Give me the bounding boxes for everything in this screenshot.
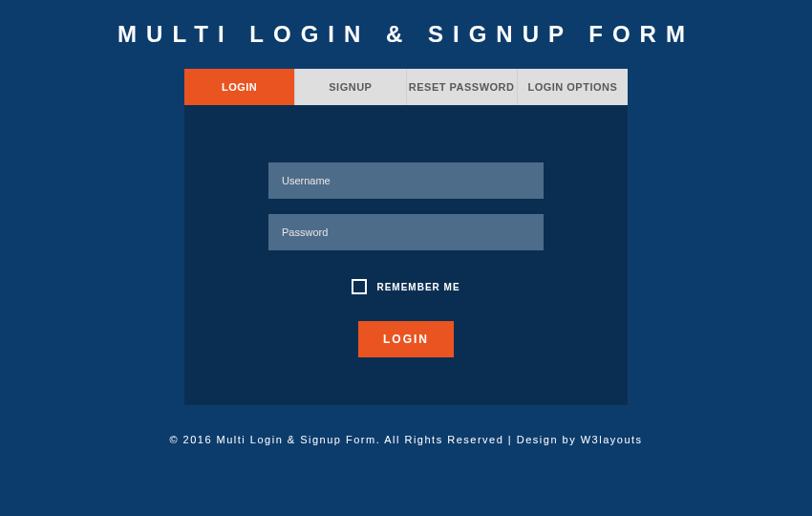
remember-checkbox[interactable] [352,279,367,294]
tab-label: SIGNUP [329,81,372,93]
username-input[interactable] [268,162,544,199]
tab-login-options[interactable]: LOGIN OPTIONS [518,69,628,105]
remember-row: REMEMBER ME [268,279,544,294]
tab-bar: LOGIN SIGNUP RESET PASSWORD LOGIN OPTION… [184,69,628,105]
page-title: MULTI LOGIN & SIGNUP FORM [0,0,812,69]
tab-label: LOGIN OPTIONS [527,81,617,93]
tab-signup[interactable]: SIGNUP [295,69,406,105]
tab-label: RESET PASSWORD [409,81,515,93]
remember-label: REMEMBER ME [376,282,459,292]
password-input[interactable] [268,214,544,250]
login-panel: REMEMBER ME LOGIN [184,105,628,405]
auth-card: LOGIN SIGNUP RESET PASSWORD LOGIN OPTION… [184,69,628,405]
tab-label: LOGIN [222,81,257,93]
footer-text: © 2016 Multi Login & Signup Form. All Ri… [0,434,812,445]
login-button[interactable]: LOGIN [358,321,454,357]
tab-reset-password[interactable]: RESET PASSWORD [407,69,518,105]
tab-login[interactable]: LOGIN [184,69,295,105]
